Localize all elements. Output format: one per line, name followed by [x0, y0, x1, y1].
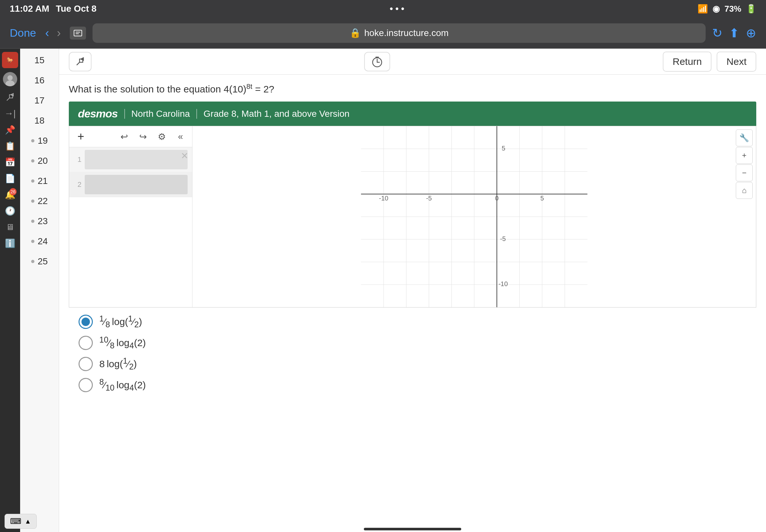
- svg-rect-2: [76, 33, 79, 34]
- question-num-22[interactable]: 22: [38, 196, 48, 206]
- forward-button[interactable]: ›: [54, 25, 63, 41]
- dot-22: [31, 199, 34, 203]
- close-row-1[interactable]: ✕: [181, 151, 188, 161]
- question-num-24[interactable]: 24: [38, 236, 48, 247]
- radio-b[interactable]: [79, 336, 93, 350]
- content-area: Return Next What is the solution to the …: [59, 49, 766, 532]
- home-button[interactable]: ⌂: [736, 182, 753, 199]
- collapse-button[interactable]: «: [173, 129, 188, 144]
- undo-button[interactable]: ↩: [117, 129, 131, 144]
- answer-choice-b[interactable]: 10⁄8 log4(2): [79, 335, 747, 350]
- dot-24: [31, 240, 34, 243]
- launch-icon-btn[interactable]: [69, 52, 91, 71]
- main-container: 🐎 →| 📌 📋 📅 📄 🔔: [0, 49, 766, 532]
- dot-23: [31, 220, 34, 223]
- dot-20: [31, 159, 34, 163]
- svg-text:-10: -10: [499, 280, 508, 287]
- back-button[interactable]: ‹: [43, 25, 52, 41]
- add-expression-button[interactable]: +: [74, 129, 88, 144]
- zoom-out-button[interactable]: −: [736, 164, 753, 181]
- settings-button[interactable]: ⚙: [154, 129, 169, 144]
- answer-choice-a[interactable]: 1⁄8 log(1⁄2): [79, 314, 747, 329]
- question-num-15[interactable]: 15: [34, 55, 44, 66]
- browser-navigation: ‹ ›: [43, 25, 63, 41]
- sidebar-icon-launch[interactable]: [3, 90, 17, 104]
- svg-text:5: 5: [502, 145, 505, 152]
- svg-text:0: 0: [495, 195, 499, 202]
- question-num-19[interactable]: 19: [38, 136, 48, 146]
- return-button[interactable]: Return: [663, 52, 711, 72]
- toolbar-left: [69, 52, 91, 71]
- dot-25: [31, 260, 34, 263]
- done-button[interactable]: Done: [10, 27, 36, 39]
- sidebar-icon-pin[interactable]: 📌: [3, 123, 17, 137]
- browser-bar: Done ‹ › 🔒 hoke.instructure.com ↻ ⬆ ⊕: [0, 18, 766, 49]
- svg-text:-5: -5: [426, 195, 432, 202]
- desmos-divider: [124, 109, 125, 119]
- user-avatar[interactable]: [3, 72, 17, 86]
- dot-19: [31, 139, 34, 142]
- dot-21: [31, 179, 34, 183]
- question-num-21[interactable]: 21: [38, 176, 48, 186]
- redo-button[interactable]: ↪: [136, 129, 150, 144]
- toolbar-right: Return Next: [663, 52, 756, 72]
- question-num-23[interactable]: 23: [38, 216, 48, 226]
- battery-display: 73%: [724, 4, 741, 14]
- choice-text-a: 1⁄8 log(1⁄2): [99, 314, 142, 329]
- reload-button[interactable]: ↻: [712, 26, 723, 40]
- choice-text-b: 10⁄8 log4(2): [99, 335, 146, 350]
- answer-choice-d[interactable]: 8⁄10 log4(2): [79, 377, 747, 393]
- question-content: What is the solution to the equation 4(1…: [59, 75, 766, 527]
- question-num-20[interactable]: 20: [38, 156, 48, 166]
- home-indicator: [364, 528, 461, 530]
- toolbar-center: [364, 52, 390, 71]
- question-num-18[interactable]: 18: [34, 115, 44, 126]
- expression-row-1[interactable]: 1 ✕: [69, 147, 192, 172]
- sidebar-icon-text[interactable]: 📄: [3, 171, 17, 186]
- choice-text-d: 8⁄10 log4(2): [99, 377, 146, 393]
- dots-indicator: • • •: [390, 4, 405, 14]
- tab-icon[interactable]: [70, 27, 86, 40]
- graph-svg: -10 -5 0 5 5 -5 -10: [192, 126, 756, 307]
- graph-controls: 🔧 + − ⌂: [736, 129, 753, 199]
- sidebar-icon-notifications[interactable]: 🔔 26: [3, 187, 17, 202]
- share-button[interactable]: ⬆: [729, 26, 739, 40]
- expr-toolbar: + ↩ ↪ ⚙ «: [69, 126, 192, 147]
- answer-choice-c[interactable]: 8 log(1⁄2): [79, 356, 747, 371]
- secondary-sidebar: 15 16 17 18 19 20 21 22 23 24 25: [20, 49, 59, 532]
- timer-button[interactable]: [364, 52, 390, 71]
- radio-c[interactable]: [79, 357, 93, 371]
- question-num-17[interactable]: 17: [34, 95, 44, 106]
- url-text: hoke.instructure.com: [364, 28, 449, 38]
- wifi-icon: 📶: [698, 4, 708, 14]
- expression-panel: + ↩ ↪ ⚙ « 1 ✕ 2: [69, 126, 192, 307]
- sidebar-icon-calendar[interactable]: 📅: [3, 155, 17, 169]
- sidebar-icon-arrow[interactable]: →|: [3, 106, 17, 121]
- row-num-1: 1: [74, 155, 81, 164]
- zoom-in-button[interactable]: +: [736, 147, 753, 164]
- wrench-button[interactable]: 🔧: [736, 129, 753, 146]
- desmos-logo: desmos: [78, 107, 118, 120]
- desmos-divider2: [196, 109, 197, 119]
- radio-a[interactable]: [79, 315, 93, 329]
- svg-point-4: [7, 75, 13, 80]
- sidebar-icon-info[interactable]: ℹ️: [3, 236, 17, 250]
- sidebar-icon-assignments[interactable]: 📋: [3, 139, 17, 153]
- desmos-calculator: + ↩ ↪ ⚙ « 1 ✕ 2: [69, 126, 756, 308]
- question-num-25[interactable]: 25: [38, 256, 48, 267]
- expression-rows: 1 ✕ 2: [69, 147, 192, 307]
- school-logo: 🐎: [2, 52, 18, 68]
- battery-icon: 🔋: [746, 4, 756, 14]
- radio-d[interactable]: [79, 378, 93, 392]
- graph-area[interactable]: -10 -5 0 5 5 -5 -10 🔧 + − ⌂: [192, 126, 756, 307]
- sidebar-icon-screen[interactable]: 🖥: [3, 220, 17, 234]
- expression-row-2[interactable]: 2: [69, 172, 192, 197]
- svg-text:-10: -10: [379, 195, 389, 202]
- desmos-header: desmos North Carolina Grade 8, Math 1, a…: [69, 102, 756, 126]
- compass-button[interactable]: ⊕: [746, 26, 756, 40]
- sidebar-icon-clock[interactable]: 🕐: [3, 204, 17, 218]
- url-bar[interactable]: 🔒 hoke.instructure.com: [92, 23, 706, 43]
- next-button[interactable]: Next: [717, 52, 756, 72]
- signal-icon: ◉: [712, 4, 720, 14]
- question-num-16[interactable]: 16: [34, 75, 44, 86]
